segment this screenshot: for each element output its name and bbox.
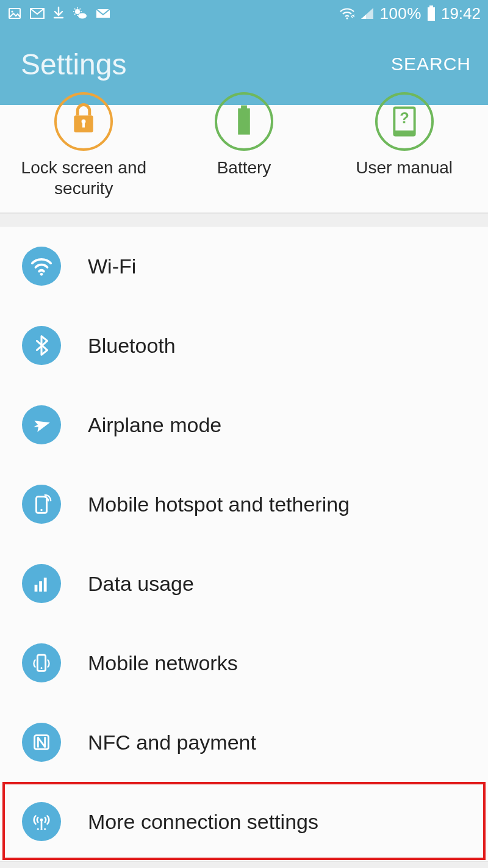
svg-point-1 — [11, 10, 13, 12]
weather-icon — [72, 6, 88, 21]
quick-label: Lock screen and security — [10, 157, 157, 199]
svg-rect-24 — [39, 582, 42, 592]
svg-rect-25 — [44, 578, 47, 592]
svg-point-33 — [44, 828, 46, 830]
section-divider — [0, 213, 488, 226]
svg-rect-18 — [394, 131, 414, 136]
airplane-icon — [22, 405, 61, 444]
search-button[interactable]: SEARCH — [391, 54, 471, 74]
quick-shortcuts: Lock screen and security Battery ? User … — [0, 105, 488, 213]
quick-label: User manual — [356, 157, 453, 178]
item-label: Data usage — [88, 572, 194, 596]
svg-rect-15 — [241, 106, 247, 109]
hotspot-icon — [22, 485, 61, 524]
more-connection-icon — [22, 802, 61, 841]
svg-rect-12 — [82, 121, 85, 128]
svg-point-31 — [37, 828, 39, 830]
image-icon — [7, 6, 22, 21]
settings-item-mobile-hotspot[interactable]: Mobile hotspot and tethering — [0, 465, 488, 544]
bluetooth-icon — [22, 326, 61, 365]
svg-point-32 — [40, 828, 42, 830]
battery-percent: 100% — [379, 4, 422, 23]
data-usage-icon — [22, 564, 61, 603]
clock: 19:42 — [441, 4, 481, 23]
status-left — [7, 6, 111, 21]
settings-item-airplane-mode[interactable]: Airplane mode — [0, 385, 488, 465]
svg-point-6 — [346, 17, 348, 19]
item-label: NFC and payment — [88, 731, 256, 754]
status-bar: 100% 19:42 — [0, 0, 488, 27]
svg-rect-14 — [238, 108, 250, 134]
wifi-status-icon — [339, 7, 355, 20]
mail-icon — [29, 6, 45, 21]
item-label: Bluetooth — [88, 334, 176, 358]
quick-user-manual[interactable]: ? User manual — [324, 105, 484, 199]
svg-point-22 — [40, 509, 42, 511]
quick-lock-screen-security[interactable]: Lock screen and security — [4, 105, 164, 199]
status-right: 100% 19:42 — [339, 4, 481, 23]
section-divider — [0, 861, 488, 868]
mobile-networks-icon — [22, 643, 61, 682]
svg-point-20 — [40, 273, 43, 276]
settings-list-connections: Wi-Fi Bluetooth Airplane mode Mobile hot… — [0, 226, 488, 861]
settings-item-data-usage[interactable]: Data usage — [0, 544, 488, 623]
item-label: Mobile hotspot and tethering — [88, 493, 350, 516]
settings-item-wifi[interactable]: Wi-Fi — [0, 226, 488, 306]
quick-battery[interactable]: Battery — [164, 105, 325, 199]
battery-quick-icon — [214, 92, 274, 151]
envelope-icon — [95, 6, 111, 21]
download-icon — [52, 6, 65, 21]
settings-item-bluetooth[interactable]: Bluetooth — [0, 306, 488, 385]
signal-icon — [360, 7, 375, 20]
item-label: Wi-Fi — [88, 255, 136, 278]
svg-point-3 — [75, 9, 80, 14]
svg-rect-23 — [35, 585, 38, 591]
item-label: More connection settings — [88, 810, 318, 834]
svg-point-27 — [40, 667, 42, 669]
item-label: Mobile networks — [88, 651, 238, 675]
quick-label: Battery — [217, 157, 271, 178]
settings-item-more-connection[interactable]: More connection settings — [0, 782, 488, 861]
manual-icon: ? — [375, 92, 434, 151]
svg-rect-7 — [428, 7, 435, 21]
settings-item-nfc-payment[interactable]: NFC and payment — [0, 703, 488, 782]
page-title: Settings — [21, 48, 126, 81]
battery-icon — [426, 5, 436, 21]
settings-item-mobile-networks[interactable]: Mobile networks — [0, 623, 488, 703]
svg-rect-8 — [429, 5, 433, 7]
svg-text:?: ? — [400, 109, 409, 126]
svg-point-4 — [78, 13, 87, 19]
nfc-icon — [22, 723, 61, 762]
item-label: Airplane mode — [88, 413, 221, 437]
lock-icon — [54, 92, 113, 151]
svg-rect-30 — [41, 820, 43, 828]
wifi-icon — [22, 247, 61, 286]
